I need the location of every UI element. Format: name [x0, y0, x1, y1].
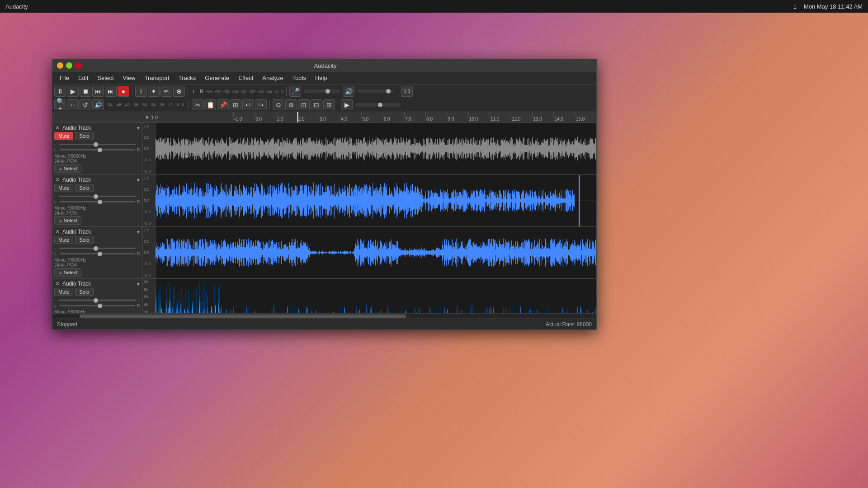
speaker-button[interactable]: 🔊: [343, 86, 354, 97]
track-1-info: Mono, 96000Hz 24-bit PCM: [54, 154, 141, 164]
track-3-gain-slider[interactable]: [59, 248, 136, 249]
pause-button[interactable]: ⏸: [54, 86, 66, 97]
window-controls: [57, 62, 81, 69]
zoom-sel[interactable]: ⊡: [298, 99, 310, 110]
menu-edit[interactable]: Edit: [75, 74, 92, 82]
track-4-pan-slider[interactable]: [60, 305, 135, 306]
zoom-tool[interactable]: ⊕: [173, 86, 185, 97]
separator-7: [338, 100, 338, 109]
minimize-button[interactable]: [57, 62, 63, 69]
track-1-pan-slider[interactable]: [60, 149, 135, 150]
track-4-waveform[interactable]: 8k6k5k4k3k2k0k: [143, 279, 596, 313]
track-4-solo[interactable]: Solo: [75, 288, 93, 296]
track-1-solo[interactable]: Solo: [75, 132, 93, 140]
record-button[interactable]: ●: [118, 86, 129, 97]
next-button[interactable]: ⏭: [105, 86, 117, 97]
redo-btn[interactable]: ↪: [255, 99, 267, 110]
menu-analyze[interactable]: Analyze: [259, 74, 287, 82]
scrollbar-thumb[interactable]: [80, 314, 406, 318]
menu-file[interactable]: File: [56, 74, 73, 82]
track-1-gain-slider[interactable]: [59, 144, 136, 145]
track-1-waveform[interactable]: 1.00.50.0-0.5-1.0: [143, 123, 596, 174]
menu-select[interactable]: Select: [94, 74, 117, 82]
zoom-in-btn[interactable]: 🔍+: [54, 99, 66, 110]
track-2-pan-row: L R: [54, 199, 141, 204]
track-1-close[interactable]: ✕: [54, 125, 61, 131]
track-3-canvas: [156, 227, 596, 278]
zoom-out-btn[interactable]: ⊖: [273, 99, 284, 110]
clip-copy[interactable]: 📋: [204, 99, 216, 110]
track-2-pan-slider[interactable]: [60, 201, 135, 202]
audio-out[interactable]: 🔊: [92, 99, 104, 110]
menu-view[interactable]: View: [119, 74, 139, 82]
track-4-buttons: Mute Solo: [54, 288, 141, 296]
track-2-gain-slider[interactable]: [59, 196, 136, 197]
zoom-toggle[interactable]: ⊞: [323, 99, 335, 110]
clip-paste[interactable]: 📌: [217, 99, 229, 110]
undo-btn[interactable]: ↩: [242, 99, 254, 110]
track-3-arrow[interactable]: ▼: [136, 230, 141, 235]
main-window: Audacity File Edit Select View Transport…: [52, 59, 597, 330]
track-2-close[interactable]: ✕: [54, 177, 61, 183]
prev-button[interactable]: ⏮: [92, 86, 104, 97]
clip-toggle[interactable]: ✂: [192, 99, 203, 110]
play-speed-slider[interactable]: [355, 103, 401, 107]
track-3-buttons: Mute Solo: [54, 236, 141, 244]
input-volume-slider[interactable]: [304, 89, 340, 93]
track-3-pan-row: L R: [54, 251, 141, 256]
menu-tracks[interactable]: Tracks: [175, 74, 200, 82]
track-4-gain-slider[interactable]: [59, 300, 136, 301]
ruler-left: ▼ 1.0: [143, 115, 233, 120]
separator-2: [188, 87, 188, 96]
track-3-sliders: - + L R: [54, 245, 141, 257]
track-3-waveform[interactable]: 1.00.50.0-0.5-1.0: [143, 227, 596, 278]
track-2-mute[interactable]: Mute: [54, 184, 73, 192]
track-1-select[interactable]: ▲ Select: [54, 164, 81, 173]
track-1-mute[interactable]: Mute: [54, 132, 73, 140]
track-2-solo[interactable]: Solo: [75, 184, 93, 192]
track-2-header: ✕ Audio Track ▼: [54, 177, 141, 183]
output-volume-slider[interactable]: [357, 89, 393, 93]
multi-tool[interactable]: ✦: [148, 86, 160, 97]
track-4-name: Audio Track: [62, 281, 134, 287]
play-button[interactable]: ▶: [67, 86, 79, 97]
track-3-solo[interactable]: Solo: [75, 236, 93, 244]
maximize-button[interactable]: [66, 62, 72, 69]
track-3-close[interactable]: ✕: [54, 229, 61, 235]
track-2-info: Mono, 96000Hz 24-bit PCM: [54, 206, 141, 216]
zoom-in-btn2[interactable]: ⊕: [285, 99, 297, 110]
track-4-arrow[interactable]: ▼: [136, 282, 141, 286]
track-3-pan-slider[interactable]: [60, 253, 135, 254]
horizontal-scrollbar[interactable]: [52, 313, 596, 319]
selection-tool[interactable]: I: [135, 86, 147, 97]
menu-effect[interactable]: Effect: [235, 74, 257, 82]
track-2-waveform[interactable]: 1.00.50.0-0.5-1.0: [143, 175, 596, 226]
menu-transport[interactable]: Transport: [141, 74, 173, 82]
menu-generate[interactable]: Generate: [201, 74, 233, 82]
track-4-mute[interactable]: Mute: [54, 288, 73, 296]
zoom-loop[interactable]: ↺: [80, 99, 91, 110]
track-3-select[interactable]: ▲ Select: [54, 268, 81, 277]
multi-view[interactable]: ⊞: [230, 99, 241, 110]
close-button[interactable]: [75, 62, 81, 69]
track-2-controls: ✕ Audio Track ▼ Mute Solo -: [52, 175, 143, 226]
playback-speed[interactable]: 1.0: [401, 86, 413, 97]
zoom-all[interactable]: ⊟: [311, 99, 322, 110]
track-3-mute[interactable]: Mute: [54, 236, 73, 244]
track-3-controls: ✕ Audio Track ▼ Mute Solo -: [52, 227, 143, 278]
track-2-canvas: [156, 175, 596, 226]
track-2-arrow[interactable]: ▼: [136, 178, 141, 183]
track-1-arrow[interactable]: ▼: [136, 126, 141, 131]
draw-tool[interactable]: ✏: [160, 86, 172, 97]
track-1-name: Audio Track: [62, 125, 134, 131]
stop-button[interactable]: ⏹: [80, 86, 91, 97]
play-at-speed[interactable]: ▶: [341, 99, 353, 110]
ruler-content[interactable]: [233, 112, 596, 122]
track-4-canvas: [156, 279, 596, 313]
menu-help[interactable]: Help: [311, 74, 331, 82]
track-4-close[interactable]: ✕: [54, 281, 61, 287]
zoom-fit-btn[interactable]: ↔: [67, 99, 79, 110]
mic-button[interactable]: 🎤: [289, 86, 301, 97]
track-2-select[interactable]: ▲ Select: [54, 216, 81, 225]
menu-tools[interactable]: Tools: [289, 74, 310, 82]
